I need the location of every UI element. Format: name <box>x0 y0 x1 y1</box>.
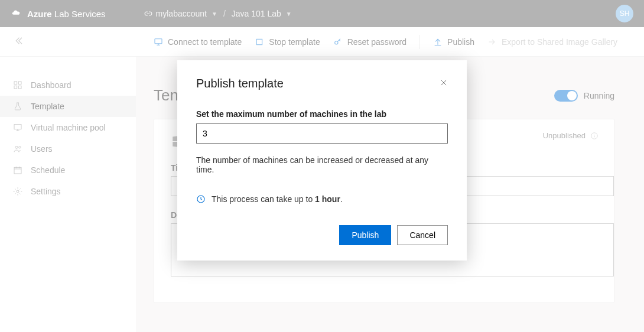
modal-actions: Publish Cancel <box>196 225 448 245</box>
modal-title: Publish template <box>196 77 284 90</box>
close-icon[interactable] <box>440 79 448 89</box>
publish-confirm-button[interactable]: Publish <box>339 225 391 245</box>
cancel-button[interactable]: Cancel <box>397 225 448 245</box>
modal-header: Publish template <box>196 77 448 90</box>
duration-info-text: This process can take up to 1 hour. <box>212 194 343 204</box>
publish-template-dialog: Publish template Set the maximum number … <box>177 60 467 261</box>
machine-count-input[interactable] <box>196 123 448 144</box>
duration-info: This process can take up to 1 hour. <box>196 194 448 204</box>
clock-icon <box>196 194 206 204</box>
machine-count-label: Set the maximum number of machines in th… <box>196 109 448 119</box>
machine-count-help: The number of machines can be increased … <box>196 155 448 174</box>
